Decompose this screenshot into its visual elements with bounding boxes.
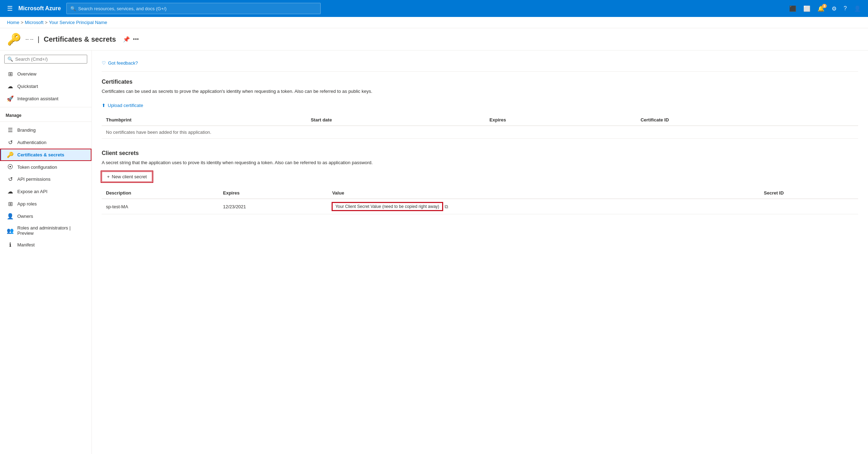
page-icon: 🔑 [7,32,21,46]
upload-icon: ⬆ [102,103,106,108]
sidebar-item-certificates-secrets[interactable]: 🔑 Certificates & secrets [0,149,91,161]
certificates-icon: 🔑 [7,151,14,158]
secret-value-cell: Your Client Secret Value (need to be cop… [328,199,760,214]
search-icon: 🔍 [70,6,76,11]
top-navigation: ☰ Microsoft Azure 🔍 Search resources, se… [0,0,868,17]
sidebar-item-label: Overview [17,71,36,77]
feedback-link[interactable]: Got feedback? [108,60,138,66]
sidebar-item-roles-administrators[interactable]: 👥 Roles and administrators | Preview [0,222,91,239]
title-separator: | [38,35,40,43]
sidebar-item-manifest[interactable]: ℹ Manifest [0,239,91,251]
client-secrets-title: Client secrets [102,150,858,156]
certificates-section: Certificates Certificates can be used as… [102,79,858,139]
sidebar-item-label: Expose an API [17,189,47,194]
sidebar-item-quickstart[interactable]: ☁ Quickstart [0,80,91,92]
sidebar-search-input[interactable] [15,56,84,62]
sidebar-item-overview[interactable]: ⊞ Overview [0,68,91,80]
breadcrumb: Home > Microsoft > Your Service Principa… [0,17,868,28]
notification-icon[interactable]: 🔔 3 [815,3,827,14]
search-bar[interactable]: 🔍 Search resources, services, and docs (… [66,3,321,14]
sidebar-item-label: Manifest [17,242,35,247]
main-layout: 🔍 ⊞ Overview ☁ Quickstart 🚀 Integration … [0,50,868,454]
sidebar-item-token-configuration[interactable]: ⦿ Token configuration [0,161,91,173]
page-title-area: -- -- | Certificates & secrets [25,35,116,43]
user-icon[interactable]: 👤 [851,3,864,14]
new-secret-button-label: New client secret [112,174,147,179]
roles-admin-icon: 👥 [7,227,14,234]
header-actions: 📌 ••• [123,36,139,43]
col-expires: Expires [219,187,328,199]
sidebar-item-expose-an-api[interactable]: ☁ Expose an API [0,185,91,198]
certificates-title: Certificates [102,79,858,85]
quickstart-icon: ☁ [7,83,14,90]
col-start-date: Start date [307,114,485,126]
new-client-secret-button[interactable]: + New client secret [102,172,152,182]
sidebar-item-label: Quickstart [17,84,38,89]
upload-certificate-button[interactable]: ⬆ Upload certificate [102,101,143,110]
breadcrumb-sep-2: > [45,20,48,25]
sidebar-item-label: Roles and administrators | Preview [17,225,86,236]
sidebar-item-label: API permissions [17,177,50,182]
azure-logo: Microsoft Azure [18,5,61,12]
sidebar-search-icon: 🔍 [7,56,13,62]
secret-id [760,199,858,214]
api-permissions-icon: ↺ [7,176,14,183]
app-roles-icon: ⊞ [7,201,14,207]
app-name-label: -- -- [25,36,34,42]
col-description: Description [102,187,219,199]
certificates-empty-message: No certificates have been added for this… [102,126,858,139]
settings-icon[interactable]: ⚙ [829,3,839,14]
copy-secret-button[interactable]: ⧉ [445,204,448,210]
portal-settings-icon[interactable]: ⬜ [801,3,813,14]
search-placeholder: Search resources, services, and docs (G+… [78,6,166,11]
sidebar-item-label: Authentication [17,140,46,145]
sidebar-item-label: App roles [17,201,37,207]
cloud-shell-icon[interactable]: ⬛ [786,3,799,14]
sidebar-item-label: Integration assistant [17,96,58,101]
certificates-description: Certificates can be used as secrets to p… [102,88,858,95]
menu-icon[interactable]: ☰ [4,3,16,14]
authentication-icon: ↺ [7,139,14,146]
sidebar-item-label: Certificates & secrets [17,152,64,157]
certificates-table: Thumbprint Start date Expires Certificat… [102,114,858,139]
client-secrets-table: Description Expires Value Secret ID sp-t… [102,187,858,214]
col-thumbprint: Thumbprint [102,114,307,126]
sidebar-item-label: Owners [17,214,33,219]
upload-button-label: Upload certificate [108,103,143,108]
page-title: Certificates & secrets [44,35,116,43]
col-value: Value [328,187,760,199]
main-content: ♡ Got feedback? Certificates Certificate… [92,50,868,454]
sidebar-search[interactable]: 🔍 [4,55,87,64]
sidebar-divider-manage [0,107,91,107]
integration-icon: 🚀 [7,95,14,102]
client-secrets-section: Client secrets A secret string that the … [102,150,858,215]
sidebar-item-owners[interactable]: 👤 Owners [0,210,91,222]
manifest-icon: ℹ [7,241,14,248]
sidebar-item-app-roles[interactable]: ⊞ App roles [0,198,91,210]
pin-icon[interactable]: 📌 [123,36,130,43]
client-secrets-description: A secret string that the application use… [102,159,858,166]
help-icon[interactable]: ? [841,3,850,14]
breadcrumb-home[interactable]: Home [7,20,19,25]
new-secret-plus-icon: + [107,174,110,179]
notification-badge: 3 [822,4,827,8]
sidebar-item-branding[interactable]: ☰ Branding [0,124,91,136]
table-row: sp-test-MA 12/23/2021 Your Client Secret… [102,199,858,214]
more-options-icon[interactable]: ••• [133,36,139,42]
sidebar-item-api-permissions[interactable]: ↺ API permissions [0,173,91,185]
col-certificate-id: Certificate ID [636,114,858,126]
branding-icon: ☰ [7,127,14,133]
sidebar-item-authentication[interactable]: ↺ Authentication [0,136,91,149]
breadcrumb-microsoft[interactable]: Microsoft [25,20,43,25]
sidebar-item-integration-assistant[interactable]: 🚀 Integration assistant [0,92,91,105]
page-header: 🔑 -- -- | Certificates & secrets 📌 ••• [0,28,868,50]
certificates-empty-row: No certificates have been added for this… [102,126,858,139]
breadcrumb-service-principal[interactable]: Your Service Principal Name [49,20,107,25]
secret-description: sp-test-MA [102,199,219,214]
sidebar-item-label: Token configuration [17,165,57,170]
topnav-actions: ⬛ ⬜ 🔔 3 ⚙ ? 👤 [786,3,864,14]
feedback-heart-icon: ♡ [102,60,106,66]
sidebar-item-label: Branding [17,127,36,133]
secret-value-box: Your Client Secret Value (need to be cop… [332,203,442,210]
client-secrets-table-header: Description Expires Value Secret ID [102,187,858,199]
